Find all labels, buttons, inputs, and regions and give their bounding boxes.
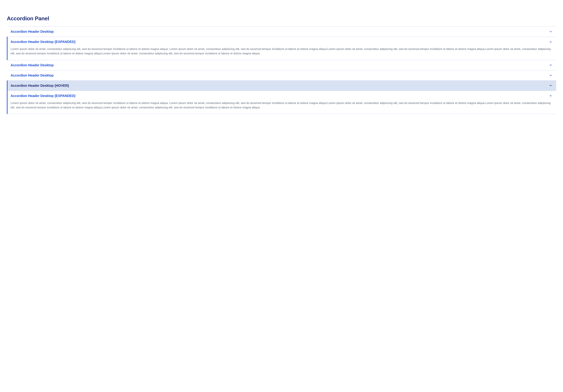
chevron-down-icon <box>549 63 552 67</box>
accordion-header[interactable]: Accordion Header Desktop {EXPANDED} <box>8 37 556 47</box>
chevron-down-icon <box>549 30 552 33</box>
accordion-header[interactable]: Accordion Header Desktop {HOVER} <box>8 81 556 91</box>
chevron-down-icon <box>549 84 552 87</box>
accordion-header[interactable]: Accordion Header Desktop <box>7 60 556 70</box>
accordion-header-title: Accordion Header Desktop <box>11 74 53 77</box>
accordion-header-title: Accordion Header Desktop {EXPANDED} <box>11 94 76 98</box>
chevron-up-icon <box>549 40 552 44</box>
accordion-item: Accordion Header Desktop <box>7 26 556 37</box>
accordion-item: Accordion Header Desktop <box>7 70 556 80</box>
accordion-header-title: Accordion Header Desktop {EXPANDED} <box>11 40 76 44</box>
accordion-header-title: Accordion Header Desktop {HOVER} <box>11 84 69 88</box>
accordion-item: Accordion Header Desktop {EXPANDED} Lore… <box>7 91 556 114</box>
accordion-header[interactable]: Accordion Header Desktop <box>7 70 556 80</box>
accordion-header-title: Accordion Header Desktop <box>11 30 53 34</box>
accordion-item: Accordion Header Desktop {EXPANDED} Lore… <box>7 37 556 60</box>
accordion-body: Lorem ipsum dolor sit amet, consectetur … <box>8 47 556 60</box>
accordion-item: Accordion Header Desktop {HOVER} <box>7 80 556 91</box>
chevron-up-icon <box>549 94 552 98</box>
accordion-item: Accordion Header Desktop <box>7 60 556 70</box>
accordion-header-title: Accordion Header Desktop <box>11 63 53 67</box>
panel-title: Accordion Panel <box>7 15 556 22</box>
accordion-header[interactable]: Accordion Header Desktop {EXPANDED} <box>8 91 556 101</box>
accordion-panel: Accordion Header Desktop Accordion Heade… <box>7 26 556 114</box>
accordion-body: Lorem ipsum dolor sit amet, consectetur … <box>8 101 556 114</box>
chevron-down-icon <box>549 74 552 77</box>
accordion-header[interactable]: Accordion Header Desktop <box>7 27 556 37</box>
